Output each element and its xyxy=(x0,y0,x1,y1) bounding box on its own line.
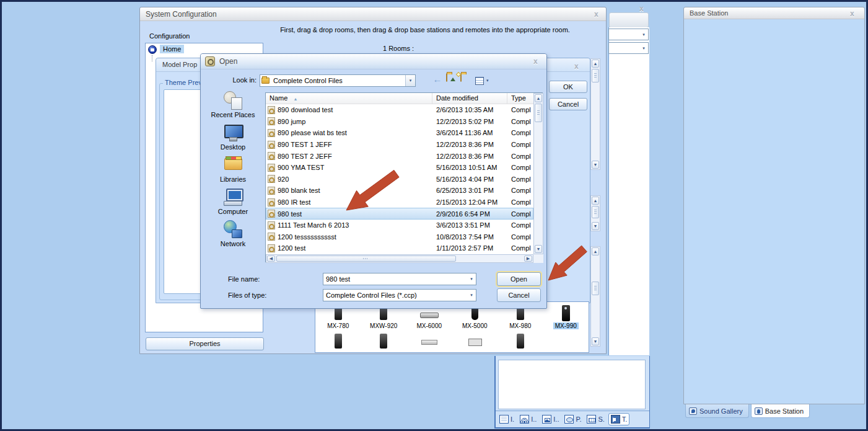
column-header-name[interactable]: Name ▲ xyxy=(266,93,432,104)
file-name: 980 test xyxy=(278,210,302,218)
cancel-button[interactable]: Cancel xyxy=(497,288,541,302)
scrollbar-thumb[interactable] xyxy=(276,255,456,262)
chevron-down-icon[interactable]: ▾ xyxy=(639,29,648,40)
tree-item-home[interactable]: Home xyxy=(160,45,184,53)
file-row[interactable]: 1111 Test March 6 2013 3/6/2013 3:51 PM … xyxy=(266,220,533,231)
gallery-tab[interactable]: P. xyxy=(563,414,583,425)
gallery-tab[interactable]: I.. xyxy=(518,414,538,425)
place-icon xyxy=(222,154,243,175)
file-row[interactable]: 900 YMA TEST 5/16/2013 10:51 AM Compl xyxy=(266,162,533,174)
file-row[interactable]: 890 download test 2/6/2013 10:35 AM Comp… xyxy=(266,104,533,116)
file-name-combobox[interactable]: 980 test ▾ xyxy=(323,273,476,285)
chevron-down-icon[interactable]: ▾ xyxy=(639,43,648,53)
scroll-up-icon[interactable]: ▲ xyxy=(535,94,542,102)
remote-model-item[interactable] xyxy=(406,334,452,352)
look-in-combobox[interactable]: Complete Control Files ▾ xyxy=(260,74,416,87)
background-combobox[interactable]: ▾ xyxy=(608,42,649,54)
place-item[interactable]: Desktop xyxy=(203,122,263,154)
file-name-label: File name: xyxy=(228,275,260,283)
ok-button[interactable]: OK xyxy=(549,81,587,93)
file-row[interactable]: 980 IR test 2/15/2013 12:04 PM Compl xyxy=(266,197,533,208)
remote-row-partial xyxy=(315,334,589,352)
file-row[interactable]: 1200 tesssssssssst 10/8/2013 7:54 PM Com… xyxy=(266,231,533,243)
scrollbar-vertical[interactable]: ▲ ▼ xyxy=(590,195,600,231)
column-header-date-modified[interactable]: Date modified xyxy=(432,93,507,104)
gallery-tab[interactable]: I.. xyxy=(540,414,561,425)
new-folder-icon[interactable] xyxy=(460,74,473,85)
place-item[interactable]: Recent Places xyxy=(203,90,263,122)
look-in-value: Complete Control Files xyxy=(271,77,405,84)
gallery-tab[interactable]: I. xyxy=(498,414,516,425)
scrollbar-vertical[interactable]: ▲ ▼ xyxy=(590,58,600,170)
file-list-vertical-scrollbar[interactable]: ▲ ▼ xyxy=(533,93,543,254)
file-row[interactable]: 890 jump 12/2/2013 5:02 PM Compl xyxy=(266,116,533,128)
close-icon[interactable]: x xyxy=(594,11,598,18)
properties-button[interactable]: Properties xyxy=(146,337,264,350)
remote-model-item[interactable] xyxy=(361,334,407,352)
files-of-type-label: Files of type: xyxy=(228,291,266,299)
close-icon[interactable]: x xyxy=(639,5,644,12)
chevron-down-icon[interactable]: ▾ xyxy=(405,75,415,86)
file-row[interactable]: 890 TEST 2 JEFF 12/2/2013 8:36 PM Compl xyxy=(266,150,533,162)
chevron-down-icon[interactable]: ▾ xyxy=(484,75,491,86)
file-list-horizontal-scrollbar[interactable]: ◀ ▶ xyxy=(266,254,533,263)
panel-tab[interactable]: Sound Gallery xyxy=(685,404,749,418)
chevron-down-icon[interactable]: ▾ xyxy=(467,273,476,285)
gallery-tab-icon xyxy=(564,415,574,424)
scroll-up-icon[interactable]: ▲ xyxy=(592,197,599,205)
complete-control-logo-icon xyxy=(205,56,215,66)
column-header-type[interactable]: Type xyxy=(507,93,533,104)
chevron-down-icon[interactable]: ▾ xyxy=(467,290,476,301)
scroll-up-icon[interactable]: ▲ xyxy=(592,60,599,68)
place-item[interactable]: Network xyxy=(203,219,263,251)
rooms-count-label: 1 Rooms : xyxy=(383,45,414,52)
scrollbar-thumb[interactable] xyxy=(592,282,599,295)
file-row[interactable]: 980 blank test 6/25/2013 3:01 PM Compl xyxy=(266,185,533,197)
gallery-tab[interactable]: S. xyxy=(585,414,606,425)
place-item[interactable]: Libraries xyxy=(203,154,263,187)
scroll-down-icon[interactable]: ▼ xyxy=(592,337,599,345)
cancel-button[interactable]: Cancel xyxy=(549,98,587,110)
scroll-left-icon[interactable]: ◀ xyxy=(267,255,275,262)
gallery-tab-label: I.. xyxy=(531,415,537,423)
view-menu-icon[interactable]: ▾ xyxy=(475,75,491,86)
file-name: 980 IR test xyxy=(278,198,310,206)
scroll-down-icon[interactable]: ▼ xyxy=(592,222,599,230)
base-station-titlebar[interactable]: Base Station x xyxy=(684,7,864,19)
files-of-type-combobox[interactable]: Complete Control Files (*.ccp) ▾ xyxy=(323,289,476,301)
remote-model-item[interactable] xyxy=(315,334,361,352)
back-icon[interactable]: ← xyxy=(431,74,444,86)
scrollbar-vertical[interactable]: ▲ ▼ xyxy=(590,246,600,347)
scroll-down-icon[interactable]: ▼ xyxy=(535,245,542,253)
remote-model-item[interactable] xyxy=(498,334,543,352)
remote-model-item[interactable] xyxy=(452,334,498,352)
system-configuration-titlebar[interactable]: System Configuration x xyxy=(140,7,606,21)
place-label: Desktop xyxy=(221,143,245,151)
close-icon[interactable]: x xyxy=(850,10,854,17)
scroll-up-icon[interactable]: ▲ xyxy=(592,247,599,255)
file-row[interactable]: 920 5/16/2013 4:04 PM Compl xyxy=(266,174,533,185)
place-label: Computer xyxy=(218,208,248,215)
open-button[interactable]: Open xyxy=(497,272,541,286)
file-row[interactable]: 1200 test 1/11/2013 2:57 PM Compl xyxy=(266,242,533,254)
background-combobox[interactable]: ▾ xyxy=(608,29,649,40)
open-dialog-titlebar[interactable]: Open x xyxy=(201,54,546,69)
close-icon[interactable]: x xyxy=(533,58,538,65)
panel-tab[interactable]: Base Station xyxy=(751,404,810,418)
remote-model-item[interactable]: MX-990 xyxy=(543,305,589,329)
scrollbar-thumb[interactable] xyxy=(535,104,542,122)
scroll-down-icon[interactable]: ▼ xyxy=(592,161,599,169)
gallery-tab-label: I.. xyxy=(553,415,559,423)
file-row[interactable]: 980 test 2/9/2016 6:54 PM Compl xyxy=(266,208,533,220)
place-item[interactable]: Computer xyxy=(203,187,263,219)
remote-icon xyxy=(517,334,524,349)
scrollbar-thumb[interactable] xyxy=(592,206,599,218)
scrollbar-thumb[interactable] xyxy=(592,69,599,82)
close-icon[interactable]: x xyxy=(574,63,579,70)
file-type: Compl xyxy=(507,210,533,218)
scroll-right-icon[interactable]: ▶ xyxy=(524,255,532,262)
file-row[interactable]: 890 TEST 1 JEFF 12/2/2013 8:36 PM Compl xyxy=(266,139,533,151)
window-title: System Configuration xyxy=(146,10,217,19)
gallery-tab[interactable]: T. xyxy=(608,413,630,425)
file-row[interactable]: 890 please wiat bs test 3/6/2014 11:36 A… xyxy=(266,127,533,139)
